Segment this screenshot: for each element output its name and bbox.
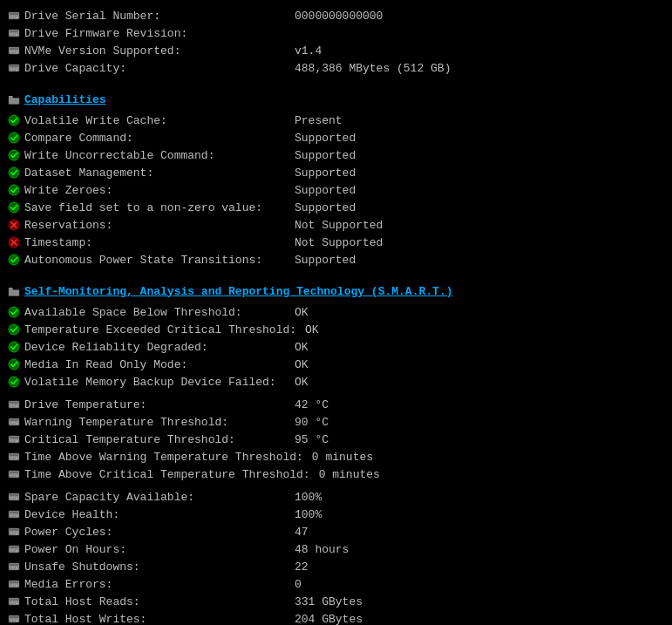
row-write-uncorrectable: Write Uncorrectable Command:Supported (7, 146, 665, 164)
drive-icon (7, 61, 21, 75)
row-compare-command: Compare Command:Supported (7, 129, 665, 146)
drive-icon (7, 594, 21, 608)
label-text-save-field: Save field set to a non-zero value: (24, 201, 262, 214)
svg-rect-7 (10, 34, 15, 35)
label-media-errors: Media Errors: (7, 577, 286, 591)
value-device-health: 100% (286, 508, 665, 521)
value-available-space: OK (286, 306, 665, 319)
row-device-health: Device Health:100% (7, 506, 665, 523)
label-text-media-errors: Media Errors: (24, 578, 112, 591)
value-media-errors: 0 (286, 578, 665, 591)
svg-point-60 (17, 515, 18, 517)
row-drive-temp: Drive Temperature:42 °C (7, 396, 665, 413)
green-check-icon (7, 357, 21, 371)
row-total-host-writes: Total Host Writes:204 GBytes (7, 610, 665, 625)
svg-point-14 (17, 69, 18, 71)
svg-rect-61 (10, 515, 15, 516)
drive-icon (7, 612, 21, 625)
row-volatile-write-cache: Volatile Write Cache:Present (7, 112, 665, 129)
label-text-total-host-writes: Total Host Writes: (24, 613, 146, 626)
svg-point-40 (17, 423, 18, 425)
green-check-icon (7, 375, 21, 389)
label-critical-temp: Critical Temperature Threshold: (7, 432, 286, 446)
svg-rect-1 (10, 13, 18, 15)
label-text-critical-temp: Critical Temperature Threshold: (24, 433, 235, 446)
green-check-icon (7, 323, 21, 336)
row-available-space: Available Space Below Threshold:OK (7, 303, 665, 321)
row-critical-temp: Critical Temperature Threshold:95 °C (7, 431, 665, 448)
label-autonomous-power: Autonomous Power State Transitions: (7, 253, 286, 267)
drive-icon (7, 525, 21, 539)
svg-rect-47 (10, 454, 18, 456)
value-timestamp: Not Supported (286, 236, 665, 249)
svg-rect-39 (10, 419, 18, 421)
label-total-host-writes: Total Host Writes: (7, 612, 286, 625)
label-text-spare-capacity: Spare Capacity Available: (24, 491, 194, 504)
label-drive-capacity: Drive Capacity: (7, 61, 286, 75)
svg-rect-35 (10, 402, 18, 404)
label-text-device-health: Device Health: (24, 508, 119, 521)
value-save-field: Supported (286, 201, 665, 214)
row-spare-capacity: Spare Capacity Available:100% (7, 488, 665, 506)
value-critical-temp: 95 °C (286, 433, 665, 446)
green-check-icon (7, 183, 21, 197)
svg-point-10 (17, 51, 18, 53)
svg-rect-69 (10, 550, 15, 551)
svg-point-72 (17, 567, 18, 569)
label-text-warning-temp: Warning Temperature Threshold: (24, 416, 228, 429)
row-write-zeroes: Write Zeroes:Supported (7, 181, 665, 199)
row-dataset-management: Dataset Management:Supported (7, 164, 665, 181)
drive-icon (7, 560, 21, 574)
svg-point-44 (17, 440, 18, 442)
svg-point-56 (17, 498, 18, 499)
value-autonomous-power: Supported (286, 254, 665, 267)
drive-icon (7, 397, 21, 411)
value-compare-command: Supported (286, 132, 665, 145)
label-text-temp-exceeded: Temperature Exceeded Critical Threshold: (24, 323, 296, 336)
value-unsafe-shutdowns: 22 (286, 560, 665, 574)
svg-rect-41 (10, 423, 15, 424)
value-reservations: Not Supported (286, 219, 665, 232)
row-save-field: Save field set to a non-zero value:Suppo… (7, 199, 665, 216)
svg-point-80 (17, 602, 18, 604)
smart-link[interactable]: Self-Monitoring, Analysis and Reporting … (24, 285, 452, 298)
row-media-errors: Media Errors:0 (7, 575, 665, 593)
svg-point-52 (17, 475, 18, 477)
label-dataset-management: Dataset Management: (7, 166, 286, 180)
value-media-readonly: OK (286, 358, 665, 371)
label-timestamp: Timestamp: (7, 235, 286, 249)
capabilities-link[interactable]: Capabilities (24, 93, 106, 106)
row-power-on-hours: Power On Hours:48 hours (7, 540, 665, 558)
row-autonomous-power: Autonomous Power State Transitions:Suppo… (7, 251, 665, 268)
label-text-volatile-write-cache: Volatile Write Cache: (24, 114, 167, 127)
value-volatile-write-cache: Present (286, 114, 665, 127)
label-text-power-cycles: Power Cycles: (24, 526, 112, 539)
label-device-reliability: Device Reliablity Degraded: (7, 340, 286, 354)
svg-point-36 (17, 405, 18, 407)
label-text-media-readonly: Media In Read Only Mode: (24, 358, 187, 371)
label-text-device-reliability: Device Reliablity Degraded: (24, 341, 208, 354)
row-drive-serial: Drive Serial Number:0000000000000 (7, 7, 665, 24)
drive-icon (7, 9, 21, 23)
row-drive-capacity: Drive Capacity:488,386 MBytes (512 GB) (7, 59, 665, 77)
label-time-above-critical: Time Above Critical Temperature Threshol… (7, 467, 310, 481)
value-drive-capacity: 488,386 MBytes (512 GB) (286, 62, 665, 75)
label-text-time-above-critical: Time Above Critical Temperature Threshol… (24, 468, 310, 481)
label-warning-temp: Warning Temperature Threshold: (7, 415, 286, 429)
health-section: Spare Capacity Available:100% Device Hea… (7, 488, 665, 625)
svg-point-6 (17, 34, 18, 36)
folder-icon (7, 92, 21, 106)
svg-rect-9 (10, 48, 18, 50)
row-timestamp: Timestamp:Not Supported (7, 234, 665, 251)
svg-rect-15 (10, 69, 15, 70)
svg-rect-73 (10, 567, 15, 568)
label-unsafe-shutdowns: Unsafe Shutdowns: (7, 560, 286, 574)
label-temp-exceeded: Temperature Exceeded Critical Threshold: (7, 323, 296, 336)
red-x-icon (7, 218, 21, 232)
label-text-timestamp: Timestamp: (24, 236, 92, 249)
svg-rect-11 (10, 51, 15, 52)
row-total-host-reads: Total Host Reads:331 GBytes (7, 593, 665, 610)
svg-rect-65 (10, 533, 15, 533)
label-text-unsafe-shutdowns: Unsafe Shutdowns: (24, 560, 140, 574)
row-warning-temp: Warning Temperature Threshold:90 °C (7, 413, 665, 431)
